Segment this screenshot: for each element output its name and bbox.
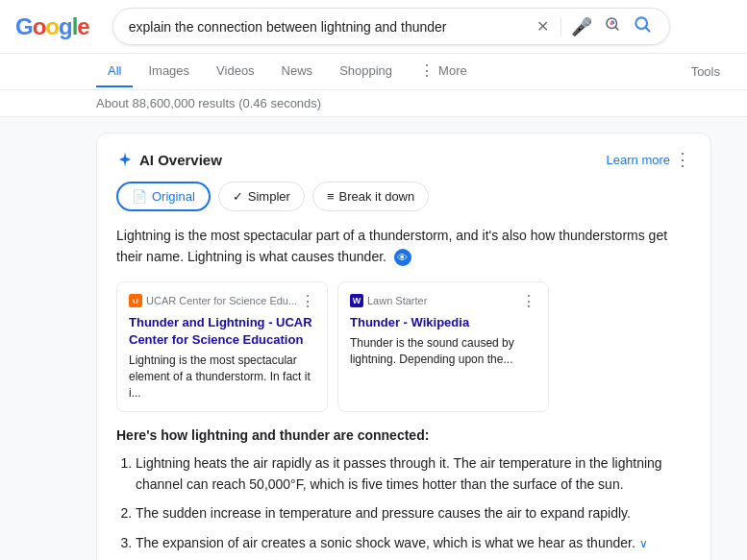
ai-overview-title: AI Overview [116, 151, 222, 168]
ai-overview: AI Overview Learn more ⋮ 📄 Original ✓ Si… [96, 133, 711, 560]
list-item-3-expand[interactable]: ∨ [639, 535, 648, 553]
source-card-1: U UCAR Center for Science Edu... ⋮ Thund… [116, 281, 328, 412]
search-divider [560, 17, 561, 37]
list-item-1: Lightning heats the air rapidly as it pa… [136, 452, 691, 496]
ai-tabs: 📄 Original ✓ Simpler ≡ Break it down [116, 182, 691, 211]
ai-overview-header: AI Overview Learn more ⋮ [116, 149, 691, 170]
chevron-down-icon: ∨ [639, 535, 648, 553]
header: Google ✕ 🎤 [0, 0, 747, 54]
svg-line-4 [645, 28, 649, 32]
ai-eye-icon[interactable]: 👁 [394, 249, 411, 266]
nav-bar: All Images Videos News Shopping ⋮ More T… [0, 54, 747, 90]
break-it-down-tab-icon: ≡ [327, 189, 335, 204]
source-card-2-options[interactable]: ⋮ [521, 292, 536, 310]
svg-point-1 [610, 21, 613, 25]
source-favicon-2: W [350, 294, 363, 307]
voice-search-icon[interactable]: 🎤 [569, 16, 594, 37]
results-count: About 88,600,000 results (0.46 seconds) [0, 90, 747, 117]
ai-intro-text: Lightning is the most spectacular part o… [116, 225, 691, 268]
nav-item-images[interactable]: Images [137, 56, 201, 87]
google-logo: Google [15, 13, 89, 40]
tab-simpler[interactable]: ✓ Simpler [218, 182, 305, 211]
list-item-2: The sudden increase in temperature and p… [136, 502, 691, 523]
source-card-2-header: W Lawn Starter ⋮ [350, 292, 536, 310]
source-card-1-options[interactable]: ⋮ [300, 292, 315, 310]
source-card-1-header: U UCAR Center for Science Edu... ⋮ [129, 292, 315, 310]
ai-learn-more[interactable]: Learn more ⋮ [607, 149, 691, 170]
nav-tools[interactable]: Tools [680, 57, 732, 86]
source-snippet-2: Thunder is the sound caused by lightning… [350, 335, 536, 368]
nav-item-videos[interactable]: Videos [205, 56, 266, 87]
simpler-tab-icon: ✓ [233, 189, 243, 204]
tab-break-it-down[interactable]: ≡ Break it down [312, 182, 429, 211]
source-favicon-1: U [129, 294, 142, 307]
tab-original[interactable]: 📄 Original [116, 182, 211, 211]
svg-line-2 [615, 27, 618, 30]
lens-search-icon[interactable] [602, 15, 623, 37]
source-site-1: U UCAR Center for Science Edu... [129, 294, 297, 307]
ai-numbered-list: Lightning heats the air rapidly as it pa… [116, 452, 691, 554]
more-dots-icon: ⋮ [419, 61, 435, 80]
nav-item-more[interactable]: ⋮ More [408, 54, 479, 89]
options-icon[interactable]: ⋮ [674, 149, 691, 170]
list-item-3: The expansion of air creates a sonic sho… [136, 532, 691, 553]
original-tab-icon: 📄 [132, 189, 147, 204]
search-input[interactable] [129, 19, 525, 35]
source-title-2[interactable]: Thunder - Wikipedia [350, 314, 536, 331]
clear-icon[interactable]: ✕ [533, 17, 553, 36]
nav-item-shopping[interactable]: Shopping [328, 56, 404, 87]
ai-spark-icon [116, 151, 134, 168]
source-title-1[interactable]: Thunder and Lightning - UCAR Center for … [129, 314, 315, 349]
main-content: AI Overview Learn more ⋮ 📄 Original ✓ Si… [0, 117, 747, 560]
source-card-2: W Lawn Starter ⋮ Thunder - Wikipedia Thu… [337, 281, 549, 412]
search-bar: ✕ 🎤 [112, 8, 670, 45]
nav-item-news[interactable]: News [270, 56, 325, 87]
search-submit-icon[interactable] [631, 14, 654, 38]
source-snippet-1: Lightning is the most spectacular elemen… [129, 353, 315, 401]
nav-item-all[interactable]: All [96, 56, 133, 87]
source-site-2: W Lawn Starter [350, 294, 427, 307]
ai-section-title: Here's how lightning and thunder are con… [116, 427, 691, 443]
source-cards: U UCAR Center for Science Edu... ⋮ Thund… [116, 281, 691, 412]
